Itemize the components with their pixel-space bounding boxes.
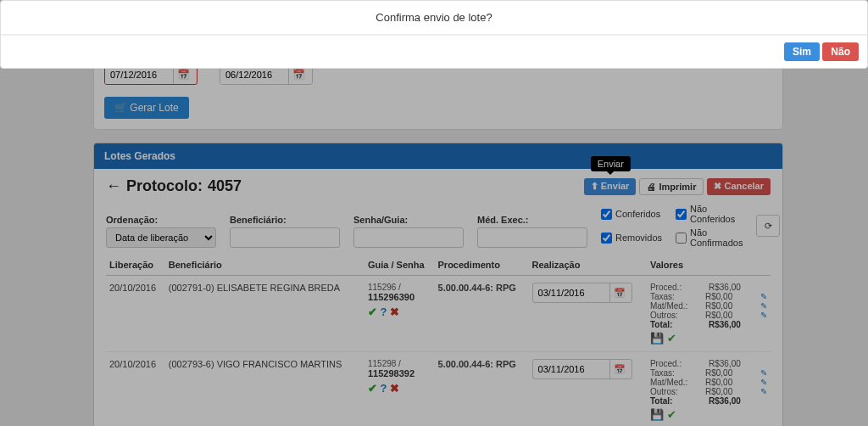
confirm-modal: Confirma envio de lote? Sim Não xyxy=(0,0,868,69)
modal-title: Confirma envio de lote? xyxy=(1,1,867,35)
modal-yes-button[interactable]: Sim xyxy=(784,42,820,61)
modal-no-button[interactable]: Não xyxy=(822,42,859,61)
